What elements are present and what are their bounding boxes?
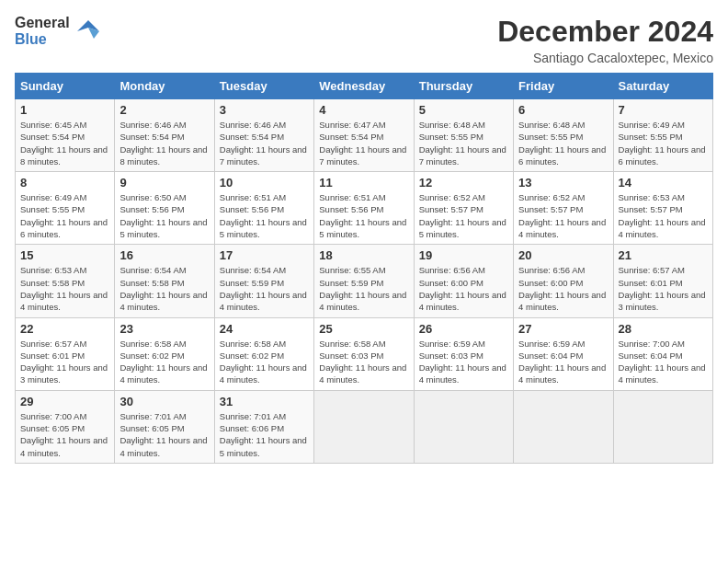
day-number: 14: [619, 176, 708, 190]
day-number: 25: [319, 322, 408, 336]
day-detail: Sunrise: 7:00 AM Sunset: 6:05 PM Dayligh…: [20, 410, 109, 459]
calendar-cell: 8Sunrise: 6:49 AM Sunset: 5:55 PM Daylig…: [16, 172, 115, 245]
calendar-cell: [314, 390, 414, 463]
day-detail: Sunrise: 6:51 AM Sunset: 5:56 PM Dayligh…: [319, 191, 408, 240]
calendar-week: 1Sunrise: 6:45 AM Sunset: 5:54 PM Daylig…: [16, 99, 713, 172]
day-detail: Sunrise: 6:54 AM Sunset: 5:58 PM Dayligh…: [119, 264, 209, 313]
calendar-cell: 31Sunrise: 7:01 AM Sunset: 6:06 PM Dayli…: [214, 390, 313, 463]
day-detail: Sunrise: 6:50 AM Sunset: 5:56 PM Dayligh…: [119, 191, 209, 240]
calendar-cell: 9Sunrise: 6:50 AM Sunset: 5:56 PM Daylig…: [115, 172, 214, 245]
day-number: 5: [419, 103, 508, 117]
calendar-cell: [414, 390, 513, 463]
day-detail: Sunrise: 6:53 AM Sunset: 5:58 PM Dayligh…: [20, 264, 109, 313]
col-tuesday: Tuesday: [214, 74, 313, 99]
calendar-cell: 18Sunrise: 6:55 AM Sunset: 5:59 PM Dayli…: [314, 245, 414, 317]
day-number: 9: [119, 176, 209, 190]
day-number: 12: [419, 176, 508, 190]
day-number: 28: [619, 322, 708, 336]
day-number: 10: [220, 176, 309, 190]
calendar-cell: 25Sunrise: 6:58 AM Sunset: 6:03 PM Dayli…: [314, 317, 414, 390]
day-detail: Sunrise: 6:55 AM Sunset: 5:59 PM Dayligh…: [319, 264, 408, 313]
title-area: December 2024 Santiago Cacaloxtepec, Mex…: [497, 15, 713, 65]
calendar-cell: 1Sunrise: 6:45 AM Sunset: 5:54 PM Daylig…: [16, 99, 115, 172]
day-number: 15: [20, 248, 109, 262]
calendar-cell: 17Sunrise: 6:54 AM Sunset: 5:59 PM Dayli…: [214, 245, 313, 317]
day-number: 31: [220, 395, 309, 408]
calendar-cell: 23Sunrise: 6:58 AM Sunset: 6:02 PM Dayli…: [115, 317, 214, 390]
day-number: 13: [518, 176, 608, 190]
calendar-week: 22Sunrise: 6:57 AM Sunset: 6:01 PM Dayli…: [16, 317, 713, 390]
calendar-cell: 27Sunrise: 6:59 AM Sunset: 6:04 PM Dayli…: [514, 317, 613, 390]
subtitle: Santiago Cacaloxtepec, Mexico: [497, 51, 713, 65]
day-number: 26: [419, 322, 508, 336]
day-detail: Sunrise: 6:48 AM Sunset: 5:55 PM Dayligh…: [419, 119, 508, 167]
calendar-cell: 11Sunrise: 6:51 AM Sunset: 5:56 PM Dayli…: [314, 172, 414, 245]
day-number: 27: [518, 322, 608, 336]
day-number: 16: [119, 248, 209, 262]
day-detail: Sunrise: 7:01 AM Sunset: 6:05 PM Dayligh…: [119, 410, 209, 459]
day-detail: Sunrise: 6:59 AM Sunset: 6:03 PM Dayligh…: [419, 338, 508, 386]
day-number: 19: [419, 248, 508, 262]
calendar-week: 15Sunrise: 6:53 AM Sunset: 5:58 PM Dayli…: [16, 245, 713, 317]
day-detail: Sunrise: 6:56 AM Sunset: 6:00 PM Dayligh…: [419, 264, 508, 313]
day-detail: Sunrise: 6:46 AM Sunset: 5:54 PM Dayligh…: [119, 119, 209, 167]
day-detail: Sunrise: 6:57 AM Sunset: 6:01 PM Dayligh…: [619, 264, 708, 313]
day-number: 11: [319, 176, 408, 190]
col-wednesday: Wednesday: [314, 74, 414, 99]
calendar-cell: 4Sunrise: 6:47 AM Sunset: 5:54 PM Daylig…: [314, 99, 414, 172]
day-detail: Sunrise: 6:59 AM Sunset: 6:04 PM Dayligh…: [518, 338, 608, 386]
day-detail: Sunrise: 6:58 AM Sunset: 6:02 PM Dayligh…: [119, 338, 209, 386]
calendar-week: 8Sunrise: 6:49 AM Sunset: 5:55 PM Daylig…: [16, 172, 713, 245]
day-number: 6: [518, 103, 608, 117]
day-detail: Sunrise: 7:01 AM Sunset: 6:06 PM Dayligh…: [220, 410, 309, 459]
calendar-cell: 13Sunrise: 6:52 AM Sunset: 5:57 PM Dayli…: [514, 172, 613, 245]
col-thursday: Thursday: [414, 74, 513, 99]
col-saturday: Saturday: [613, 74, 712, 99]
day-number: 4: [319, 103, 408, 117]
main-title: December 2024: [497, 15, 713, 49]
day-number: 18: [319, 248, 408, 262]
header-row: Sunday Monday Tuesday Wednesday Thursday…: [16, 74, 713, 99]
calendar-cell: 22Sunrise: 6:57 AM Sunset: 6:01 PM Dayli…: [16, 317, 115, 390]
day-detail: Sunrise: 6:47 AM Sunset: 5:54 PM Dayligh…: [319, 119, 408, 167]
day-number: 24: [220, 322, 309, 336]
day-number: 17: [220, 248, 309, 262]
day-number: 30: [119, 395, 209, 408]
day-detail: Sunrise: 6:56 AM Sunset: 6:00 PM Dayligh…: [518, 264, 608, 313]
day-detail: Sunrise: 6:57 AM Sunset: 6:01 PM Dayligh…: [20, 338, 109, 386]
day-detail: Sunrise: 6:49 AM Sunset: 5:55 PM Dayligh…: [20, 191, 109, 240]
day-detail: Sunrise: 6:46 AM Sunset: 5:54 PM Dayligh…: [220, 119, 309, 167]
calendar-cell: 24Sunrise: 6:58 AM Sunset: 6:02 PM Dayli…: [214, 317, 313, 390]
header: General Blue December 2024 Santiago Caca…: [15, 15, 713, 65]
calendar-cell: [613, 390, 712, 463]
calendar-cell: 14Sunrise: 6:53 AM Sunset: 5:57 PM Dayli…: [613, 172, 712, 245]
col-friday: Friday: [514, 74, 613, 99]
day-number: 20: [518, 248, 608, 262]
day-detail: Sunrise: 6:58 AM Sunset: 6:03 PM Dayligh…: [319, 338, 408, 386]
calendar-cell: 3Sunrise: 6:46 AM Sunset: 5:54 PM Daylig…: [214, 99, 313, 172]
col-monday: Monday: [115, 74, 214, 99]
logo: General Blue: [15, 15, 101, 49]
calendar-cell: 20Sunrise: 6:56 AM Sunset: 6:00 PM Dayli…: [514, 245, 613, 317]
day-detail: Sunrise: 6:49 AM Sunset: 5:55 PM Dayligh…: [619, 119, 708, 167]
calendar-cell: 12Sunrise: 6:52 AM Sunset: 5:57 PM Dayli…: [414, 172, 513, 245]
calendar-cell: 5Sunrise: 6:48 AM Sunset: 5:55 PM Daylig…: [414, 99, 513, 172]
calendar-cell: 10Sunrise: 6:51 AM Sunset: 5:56 PM Dayli…: [214, 172, 313, 245]
calendar-cell: 2Sunrise: 6:46 AM Sunset: 5:54 PM Daylig…: [115, 99, 214, 172]
calendar-week: 29Sunrise: 7:00 AM Sunset: 6:05 PM Dayli…: [16, 390, 713, 463]
day-number: 29: [20, 395, 109, 408]
day-number: 22: [20, 322, 109, 336]
day-number: 1: [20, 103, 109, 117]
day-detail: Sunrise: 6:53 AM Sunset: 5:57 PM Dayligh…: [619, 191, 708, 240]
calendar-cell: [514, 390, 613, 463]
day-detail: Sunrise: 6:52 AM Sunset: 5:57 PM Dayligh…: [419, 191, 508, 240]
svg-marker-0: [77, 20, 99, 31]
calendar-cell: 19Sunrise: 6:56 AM Sunset: 6:00 PM Dayli…: [414, 245, 513, 317]
day-number: 2: [119, 103, 209, 117]
day-detail: Sunrise: 6:51 AM Sunset: 5:56 PM Dayligh…: [220, 191, 309, 240]
calendar-cell: 21Sunrise: 6:57 AM Sunset: 6:01 PM Dayli…: [613, 245, 712, 317]
day-number: 23: [119, 322, 209, 336]
day-detail: Sunrise: 6:52 AM Sunset: 5:57 PM Dayligh…: [518, 191, 608, 240]
day-number: 8: [20, 176, 109, 190]
calendar-cell: 16Sunrise: 6:54 AM Sunset: 5:58 PM Dayli…: [115, 245, 214, 317]
